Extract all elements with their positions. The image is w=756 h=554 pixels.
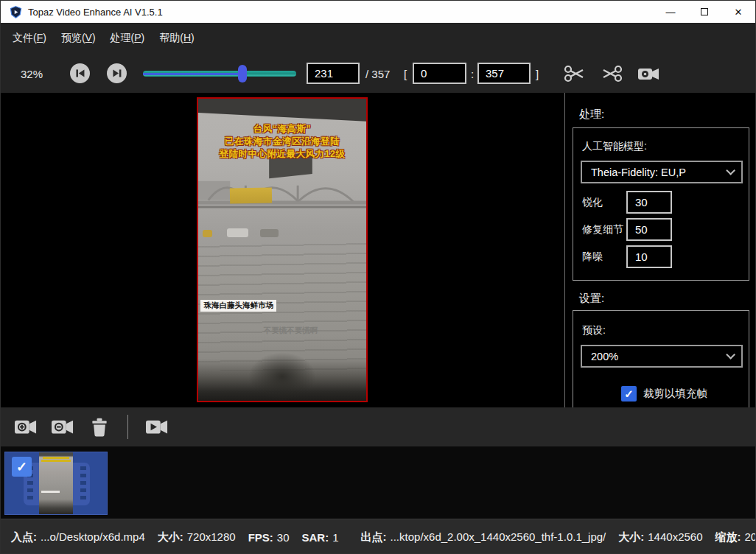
ai-model-dropdown[interactable]: Theia-Fidelity: EU,P [581, 161, 743, 183]
ai-model-group: 人工智能模型: Theia-Fidelity: EU,P 锐化 修复细节 降噪 [573, 127, 749, 281]
crop-to-fill-checkbox[interactable]: ✓ [621, 386, 637, 402]
preview-video-button[interactable] [637, 62, 660, 85]
ai-model-label: 人工智能模型: [582, 140, 647, 153]
menu-process-label: 处理( [111, 32, 135, 43]
range-start-input[interactable] [413, 63, 466, 84]
preset-dropdown[interactable]: 200% [581, 345, 743, 368]
chevron-down-icon [726, 350, 735, 360]
video-thumbnail-strip: ✓ [1, 446, 755, 519]
app-logo-icon [10, 6, 22, 18]
range-open-bracket: [ [404, 67, 407, 80]
scissors-left-icon [565, 66, 583, 81]
menu-file[interactable]: 文件(F) [11, 29, 48, 48]
menu-help-label: 帮助( [159, 32, 183, 43]
video-thumbnail-selected[interactable]: ✓ [4, 452, 108, 515]
close-icon: ✕ [735, 7, 743, 18]
timeline-slider[interactable] [143, 54, 296, 93]
main-area: 台风“海高斯” 已在珠海市金湾区沿海登陆 登陆时中心附近最大风力12级 珠海白藤… [1, 93, 755, 407]
total-frames-label: / 357 [365, 67, 390, 80]
maximize-button[interactable] [687, 1, 721, 23]
status-scale: 缩放: 200% [715, 530, 756, 544]
preset-value: 200% [591, 351, 618, 362]
trim-right-button[interactable] [600, 62, 623, 85]
restore-detail-row: 修复细节 [582, 218, 740, 241]
sharpen-label: 锐化 [582, 196, 603, 209]
menu-process-suffix: ) [141, 32, 145, 43]
menu-process[interactable]: 处理(P) [109, 29, 147, 48]
skip-to-start-button[interactable] [70, 63, 90, 83]
headline-line3: 登陆时中心附近最大风力12级 [198, 148, 366, 161]
status-scale-label: 缩放: [715, 530, 741, 544]
thumb-caption-streak [43, 457, 70, 459]
menu-bar: 文件(F) 预览(V) 处理(P) 帮助(H) [1, 23, 755, 54]
video-yellow-sign [230, 187, 272, 203]
playback-toolbar: 32% / 357 [ : ] [1, 54, 755, 93]
trash-icon [92, 418, 106, 437]
settings-header: 设置: [579, 292, 604, 306]
current-frame-input[interactable] [307, 63, 360, 84]
title-bar: Topaz Video Enhance AI V1.5.1 — ✕ [1, 1, 755, 23]
restore-detail-label: 修复细节 [582, 223, 623, 236]
status-output-size-label: 大小: [618, 530, 644, 544]
slider-progress [143, 73, 242, 75]
preset-label: 预设: [582, 324, 606, 337]
skip-to-end-icon [107, 63, 127, 83]
headline-line2: 已在珠海市金湾区沿海登陆 [198, 136, 366, 148]
camera-eye-icon [638, 69, 659, 80]
restore-detail-input[interactable] [626, 218, 672, 241]
add-video-button[interactable] [14, 416, 38, 438]
skip-to-start-icon [70, 63, 90, 83]
status-out-point-value: ...ktop/x6d_2.00x_1440x2560_thf-1.0.1_jp… [391, 530, 606, 544]
video-flooded-road [198, 225, 366, 241]
denoise-row: 降噪 [582, 245, 740, 268]
video-list-toolbar [1, 407, 755, 446]
video-preview[interactable]: 台风“海高斯” 已在珠海市金湾区沿海登陆 登陆时中心附近最大风力12级 珠海白藤… [197, 97, 368, 402]
menu-file-label: 文件( [13, 32, 37, 43]
status-out-point: 出点: ...ktop/x6d_2.00x_1440x2560_thf-1.0.… [361, 530, 606, 544]
menu-help-mnemonic: H [183, 32, 191, 43]
video-location-caption: 珠海白藤头海鲜市场 [200, 300, 276, 312]
sharpen-input[interactable] [626, 191, 672, 214]
status-output-size-value: 1440x2560 [648, 530, 702, 544]
denoise-label: 降噪 [582, 250, 603, 264]
camera-play-icon [146, 421, 167, 434]
app-window: Topaz Video Enhance AI V1.5.1 — ✕ 文件(F) … [0, 0, 756, 554]
toolbar-divider [127, 415, 128, 439]
status-sar: SAR: 1 [302, 531, 339, 544]
settings-panel: 处理: 人工智能模型: Theia-Fidelity: EU,P 锐化 修复细节… [565, 93, 755, 407]
window-controls: — ✕ [654, 1, 755, 23]
menu-help[interactable]: 帮助(H) [158, 29, 195, 48]
crop-to-fill-row: ✓ 裁剪以填充帧 [621, 386, 707, 402]
status-input-size-value: 720x1280 [187, 530, 236, 544]
denoise-input[interactable] [626, 245, 672, 268]
ai-model-value: Theia-Fidelity: EU,P [591, 166, 686, 178]
status-sar-value: 1 [332, 531, 338, 544]
close-button[interactable]: ✕ [721, 1, 755, 23]
remove-video-button[interactable] [51, 416, 74, 438]
menu-preview[interactable]: 预览(V) [60, 29, 97, 48]
status-fps-value: 30 [277, 531, 290, 544]
video-speech-caption: 不要慌不要慌啊 [198, 326, 366, 336]
chevron-down-icon [726, 166, 735, 175]
headline-line1: 台风“海高斯” [198, 123, 366, 136]
video-car [203, 230, 213, 236]
menu-file-suffix: ) [43, 32, 46, 43]
slider-handle[interactable] [238, 65, 247, 83]
menu-preview-label: 预览( [61, 32, 85, 43]
range-separator: : [471, 67, 474, 80]
menu-preview-mnemonic: V [85, 32, 92, 43]
process-video-button[interactable] [145, 416, 169, 438]
delete-video-button[interactable] [89, 416, 110, 438]
sharpen-row: 锐化 [582, 191, 740, 214]
video-thumbnail-image [39, 452, 73, 515]
status-in-point-value: ...o/Desktop/x6d.mp4 [41, 530, 145, 544]
trim-left-button[interactable] [563, 62, 587, 85]
menu-preview-suffix: ) [92, 32, 96, 43]
range-end-input[interactable] [477, 63, 531, 84]
thumbnail-checkbox[interactable]: ✓ [12, 457, 32, 477]
menu-help-suffix: ) [191, 32, 195, 43]
minimize-icon: — [666, 7, 676, 18]
skip-to-end-button[interactable] [107, 63, 127, 83]
minimize-button[interactable]: — [654, 1, 687, 23]
status-sar-label: SAR: [302, 531, 329, 544]
